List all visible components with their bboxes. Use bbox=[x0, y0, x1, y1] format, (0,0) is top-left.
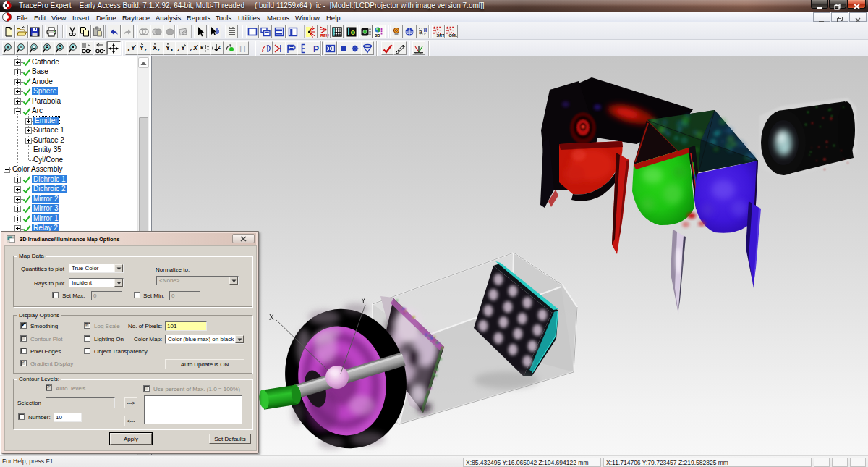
svg-text:H: H bbox=[239, 44, 246, 54]
svg-text:SRT: SRT bbox=[437, 33, 445, 38]
svg-text:S: S bbox=[59, 44, 62, 49]
svg-text:X: X bbox=[269, 314, 274, 321]
svg-text:z: z bbox=[218, 44, 221, 49]
svg-text:z: z bbox=[158, 47, 161, 52]
svg-text:x: x bbox=[127, 47, 130, 52]
svg-text:k: k bbox=[200, 44, 204, 51]
svg-text:P: P bbox=[313, 44, 319, 54]
svg-text:z: z bbox=[177, 47, 180, 52]
svg-text:OML: OML bbox=[449, 33, 458, 38]
svg-text:A: A bbox=[46, 44, 49, 49]
svg-text:X: X bbox=[153, 44, 157, 51]
svg-text:z: z bbox=[145, 47, 148, 52]
svg-text:Y: Y bbox=[166, 44, 170, 51]
svg-text:Y: Y bbox=[140, 44, 144, 51]
svg-text:Y: Y bbox=[361, 297, 366, 305]
svg-text:z: z bbox=[190, 47, 192, 52]
svg-text:3D: 3D bbox=[375, 33, 380, 38]
svg-text:x: x bbox=[171, 47, 174, 52]
